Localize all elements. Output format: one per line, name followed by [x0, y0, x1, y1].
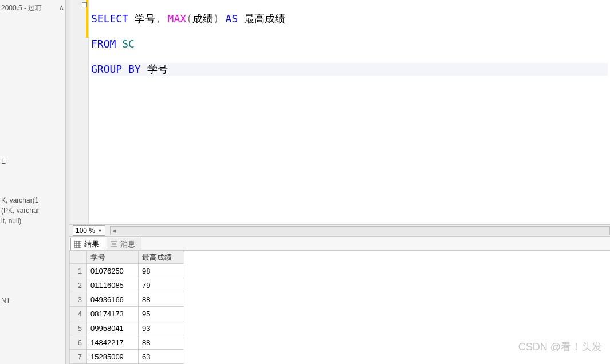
sql-editor-pane[interactable]: − SELECT 学号, MAX(成绩) AS 最高成绩 FROM SC GRO… [69, 0, 610, 224]
row-number: 6 [70, 335, 87, 350]
column-header-score[interactable]: 最高成绩 [139, 251, 184, 264]
cell-id[interactable]: 14842217 [87, 335, 139, 350]
row-number: 1 [70, 264, 87, 278]
cell-id[interactable]: 08174173 [87, 307, 139, 321]
zoom-select[interactable]: 100 % ▼ [73, 225, 105, 236]
sidebar-top-text: 2000.5 - 过耵 ∧ [1, 2, 64, 14]
table-row[interactable]: 7 15285009 63 [70, 350, 184, 364]
cell-score[interactable]: 98 [139, 264, 184, 278]
tab-messages-label: 消息 [120, 239, 135, 250]
table-name: SC [116, 38, 135, 50]
cell-score[interactable]: 63 [139, 350, 184, 364]
message-icon [111, 241, 117, 248]
cell-score[interactable]: 88 [139, 335, 184, 350]
table-row[interactable]: 2 01116085 79 [70, 278, 184, 292]
tab-results[interactable]: 结果 [70, 238, 105, 250]
keyword-select: SELECT [91, 13, 128, 25]
grid-icon [74, 241, 81, 248]
cell-score[interactable]: 88 [139, 292, 184, 307]
row-number: 3 [70, 292, 87, 307]
row-number: 2 [70, 278, 87, 292]
table-row[interactable]: 5 09958041 93 [70, 321, 184, 335]
results-tabs-bar: 结果 消息 [69, 237, 610, 251]
editor-gutter: − [69, 0, 89, 224]
scroll-up-icon[interactable]: ∧ [59, 3, 64, 11]
chevron-down-icon: ▼ [97, 228, 103, 234]
row-number: 5 [70, 321, 87, 335]
cell-score[interactable]: 79 [139, 278, 184, 292]
zoom-scrollbar-row: 100 % ▼ ◀ [69, 224, 610, 237]
tab-messages[interactable]: 消息 [107, 238, 141, 250]
sidebar-bottom-text: NT [1, 296, 10, 304]
table-row[interactable]: 4 08174173 95 [70, 307, 184, 321]
sidebar-panel: 2000.5 - 过耵 ∧ E K, varchar(1 (PK, varcha… [0, 0, 66, 364]
code-area[interactable]: SELECT 学号, MAX(成绩) AS 最高成绩 FROM SC GROUP… [89, 0, 610, 224]
table-corner [70, 251, 87, 264]
cell-score[interactable]: 93 [139, 321, 184, 335]
cell-id[interactable]: 15285009 [87, 350, 139, 364]
cell-id[interactable]: 01116085 [87, 278, 139, 292]
table-row[interactable]: 3 04936166 88 [70, 292, 184, 307]
row-number: 7 [70, 350, 87, 364]
keyword-from: FROM [91, 38, 116, 50]
tab-results-label: 结果 [84, 239, 99, 250]
keyword-group-by: GROUP BY [91, 63, 141, 75]
svg-rect-0 [74, 241, 81, 248]
scroll-left-icon[interactable]: ◀ [111, 227, 119, 235]
column-header-id[interactable]: 学号 [87, 251, 139, 264]
table-row[interactable]: 6 14842217 88 [70, 335, 184, 350]
row-number: 4 [70, 307, 87, 321]
function-max: MAX [162, 13, 186, 25]
horizontal-scrollbar[interactable]: ◀ [110, 226, 610, 235]
keyword-as: AS [219, 13, 238, 25]
fold-toggle-icon[interactable]: − [82, 2, 87, 7]
table-row[interactable]: 1 01076250 98 [70, 264, 184, 278]
cell-id[interactable]: 04936166 [87, 292, 139, 307]
cell-id[interactable]: 09958041 [87, 321, 139, 335]
cell-score[interactable]: 95 [139, 307, 184, 321]
results-pane[interactable]: 学号 最高成绩 1 01076250 98 2 01116085 79 [69, 251, 610, 364]
cell-id[interactable]: 01076250 [87, 264, 139, 278]
results-table[interactable]: 学号 最高成绩 1 01076250 98 2 01116085 79 [69, 251, 184, 364]
sidebar-tree-fragment: E K, varchar(1 (PK, varchar it, null) [1, 156, 64, 226]
